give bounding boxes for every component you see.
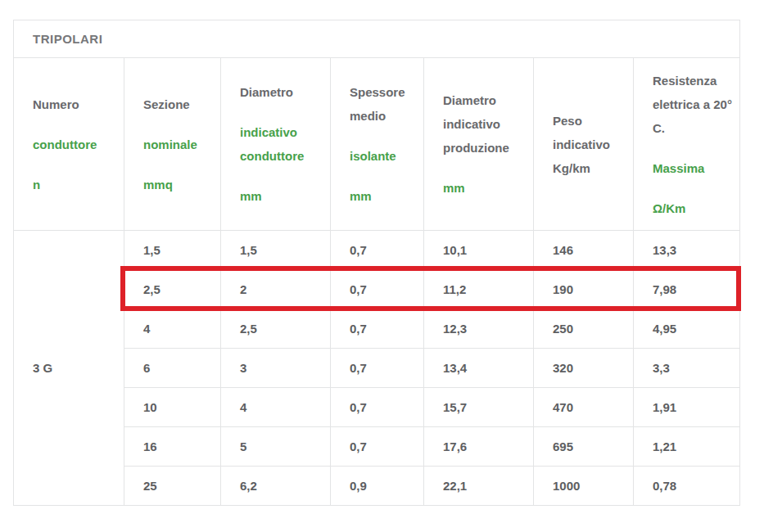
col-header-sezione-nominale: Sezione nominale mmq: [124, 58, 221, 231]
header-unit-text: mm: [350, 184, 417, 208]
table-row: 3 G 1,5 1,5 0,7 10,1 146 13,3: [14, 231, 740, 270]
data-cell: 16: [124, 427, 221, 467]
data-cell: 1,91: [634, 388, 740, 427]
page: TRIPOLARI Numero conduttore n Sezione no…: [0, 0, 764, 532]
data-cell: 15,7: [424, 388, 534, 427]
data-cell: 190: [534, 270, 634, 309]
data-cell: 2,5: [124, 270, 221, 309]
data-cell: 2: [221, 270, 331, 309]
data-cell: 4: [221, 388, 331, 427]
data-cell: 6,2: [221, 467, 331, 506]
data-cell: 3: [221, 349, 331, 388]
header-unit-text: mmq: [143, 173, 214, 196]
header-green-text: conduttore: [33, 133, 117, 156]
data-cell: 2,5: [221, 309, 331, 349]
data-cell: 7,98: [634, 270, 740, 309]
data-cell: 470: [534, 388, 634, 427]
data-cell: 5: [221, 427, 331, 467]
data-cell: 1,5: [124, 231, 221, 270]
data-cell: 10: [124, 388, 221, 427]
data-cell: 250: [534, 309, 634, 349]
data-cell: 13,3: [634, 231, 740, 270]
col-header-spessore-isolante: Spessore medio isolante mm: [331, 58, 424, 231]
col-header-diametro-conduttore: Diametro indicativo conduttore mm: [221, 58, 331, 231]
data-cell: 320: [534, 349, 634, 388]
header-green-text: Massima: [653, 156, 733, 180]
data-cell: 695: [534, 427, 634, 467]
table-title-row: TRIPOLARI: [14, 20, 740, 58]
table-header-row: Numero conduttore n Sezione nominale mmq…: [14, 58, 740, 231]
data-cell: 146: [534, 231, 634, 270]
header-green-text: nominale: [143, 133, 214, 156]
header-green-text: isolante: [350, 144, 417, 168]
header-unit-text: Ω/Km: [653, 196, 733, 220]
data-cell: 1,21: [634, 427, 740, 467]
data-cell: 0,7: [331, 349, 424, 388]
data-cell: 1000: [534, 467, 634, 506]
col-header-resistenza-elettrica: Resistenza elettrica a 20° C. Massima Ω/…: [634, 58, 740, 231]
data-cell: 25: [124, 467, 221, 506]
data-cell: 22,1: [424, 467, 534, 506]
header-main-text: Numero: [33, 92, 117, 116]
header-main-text: Peso indicativo Kg/km: [553, 109, 626, 180]
row-group-label: 3 G: [14, 231, 124, 506]
header-green-text: indicativo conduttore: [240, 120, 323, 168]
data-cell: 17,6: [424, 427, 534, 467]
header-main-text: Diametro: [240, 80, 323, 104]
header-unit-text: n: [33, 173, 117, 196]
header-main-text: Resistenza elettrica a 20° C.: [653, 69, 733, 140]
data-cell: 0,7: [331, 231, 424, 270]
header-unit-text: mm: [240, 184, 323, 208]
data-cell: 3,3: [634, 349, 740, 388]
data-cell: 11,2: [424, 270, 534, 309]
data-cell: 4,95: [634, 309, 740, 349]
header-main-text: Diametro indicativo produzione: [443, 88, 527, 160]
header-main-text: Sezione: [143, 92, 214, 116]
data-cell: 13,4: [424, 349, 534, 388]
header-unit-text: mm: [443, 176, 527, 200]
data-cell: 4: [124, 309, 221, 349]
data-cell: 12,3: [424, 309, 534, 349]
header-main-text: Spessore medio: [350, 80, 417, 128]
data-cell: 0,7: [331, 309, 424, 349]
data-cell: 0,7: [331, 270, 424, 309]
data-cell: 0,7: [331, 427, 424, 467]
data-cell: 6: [124, 349, 221, 388]
col-header-peso-indicativo: Peso indicativo Kg/km: [534, 58, 634, 231]
tripolari-spec-table: TRIPOLARI Numero conduttore n Sezione no…: [13, 20, 740, 506]
table-title: TRIPOLARI: [14, 20, 740, 58]
data-cell: 0,7: [331, 388, 424, 427]
col-header-numero-conduttore: Numero conduttore n: [14, 58, 124, 231]
col-header-diametro-produzione: Diametro indicativo produzione mm: [424, 58, 534, 231]
data-cell: 1,5: [221, 231, 331, 270]
data-cell: 10,1: [424, 231, 534, 270]
data-cell: 0,78: [634, 467, 740, 506]
data-cell: 0,9: [331, 467, 424, 506]
